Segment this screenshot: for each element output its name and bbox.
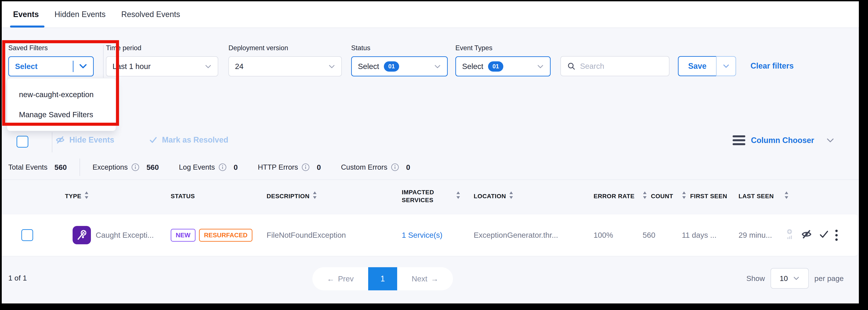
stat-value: 560 [55,163,67,172]
row-description-cell: FileNotFoundException [265,231,400,239]
next-page-button[interactable]: Next → [397,267,453,290]
chevron-down-icon [793,276,800,281]
row-last-seen-cell: 29 minu... [736,231,782,239]
status-value: Select [358,62,379,71]
row-status-cell: NEW RESURFACED [167,229,265,242]
sort-icon[interactable] [313,191,317,201]
sort-icon[interactable] [784,191,789,201]
column-header-description: DESCRIPTION [265,191,400,201]
show-label: Show [746,274,765,283]
sort-icon[interactable] [682,191,686,201]
page-summary: 1 of 1 [8,274,27,282]
per-page-label: per page [814,274,844,283]
status-select[interactable]: Select 01 [351,56,448,77]
status-group: Status Select 01 [351,44,448,77]
app-window: Events Hidden Events Resolved Events Sav… [2,1,859,304]
stat-http-errors: HTTP Errors 0 [258,163,321,172]
hide-events-button[interactable]: Hide Events [55,135,114,144]
column-header-status: STATUS [167,192,265,200]
select-all-checkbox[interactable] [17,136,28,147]
clear-filters-link[interactable]: Clear filters [750,61,794,71]
event-types-select[interactable]: Select 01 [455,56,551,77]
saved-filters-label: Saved Filters [8,44,94,52]
column-header-impacted-services: IMPACTED SERVICES [400,189,471,204]
eye-slash-icon [55,135,65,144]
trend-icon[interactable] [784,229,795,242]
stat-label: Total Events [8,163,48,171]
stat-total-events: Total Events 560 [8,163,67,172]
deployment-version-select[interactable]: 24 [228,56,342,77]
stat-value: 0 [406,163,410,172]
time-period-value: Last 1 hour [113,62,151,71]
status-badge-new: NEW [171,229,195,242]
tab-events-label: Events [13,10,39,19]
sort-icon[interactable] [456,191,460,201]
save-button[interactable]: Save [678,56,716,76]
saved-filters-select[interactable]: Select [8,56,94,77]
stats-divider [80,159,80,176]
column-header-last-seen: LAST SEEN [736,192,782,200]
mark-resolved-label: Mark as Resolved [162,135,228,144]
tab-resolved-events[interactable]: Resolved Events [121,1,180,28]
row-checkbox[interactable] [21,229,33,241]
resolve-check-icon[interactable] [818,229,830,241]
mark-resolved-button[interactable]: Mark as Resolved [149,135,228,144]
page-size-select[interactable]: 10 [771,268,809,289]
time-period-select[interactable]: Last 1 hour [106,56,218,77]
deployment-version-value: 24 [235,62,244,71]
event-types-label: Event Types [455,44,551,52]
info-icon[interactable] [302,163,310,171]
search-field[interactable] [560,56,670,76]
stat-label: Custom Errors [341,163,388,171]
tab-events[interactable]: Events [13,1,39,28]
column-header-actions [782,191,859,201]
row-impacted-services-link[interactable]: 1 Service(s) [400,231,471,239]
sort-icon[interactable] [643,191,647,201]
status-label: Status [351,44,448,52]
status-count-badge: 01 [384,61,399,72]
row-error-rate-cell: 100% [591,231,641,239]
deployment-version-group: Deployment version 24 [228,44,342,77]
active-tab-underline [10,26,44,28]
column-header-first-seen: FIRST SEEN [680,191,736,201]
tabs-bar: Events Hidden Events Resolved Events [2,1,859,28]
save-split-button: Save [678,56,736,76]
hide-events-label: Hide Events [69,135,114,144]
chevron-down-icon [537,64,544,69]
kebab-menu-icon[interactable] [835,230,838,241]
row-actions-cell [782,229,859,242]
table-row: Caught Excepti... NEW RESURFACED FileNot… [2,215,859,256]
column-chooser-button[interactable]: Column Chooser [733,135,835,145]
dropdown-item-manage-saved-filters[interactable]: Manage Saved Filters [7,105,116,125]
actions-divider [52,132,52,152]
current-page-button[interactable]: 1 [368,267,397,290]
sort-icon[interactable] [84,191,89,201]
save-dropdown-button[interactable] [716,56,736,76]
stat-custom-errors: Custom Errors 0 [341,163,410,172]
saved-filters-value: Select [15,62,37,71]
pagination: ← Prev 1 Next → [312,267,453,290]
chevron-down-icon [79,64,87,69]
stat-label: HTTP Errors [258,163,298,171]
saved-filters-group: Saved Filters Select [8,44,94,77]
stat-label: Log Events [179,163,215,171]
hide-event-icon[interactable] [800,229,813,241]
row-count-cell: 560 [641,231,680,239]
chevron-down-icon [205,64,212,69]
event-types-count-badge: 01 [488,61,503,72]
prev-page-button[interactable]: ← Prev [312,267,368,290]
dropdown-item-new-caught-exception[interactable]: new-caught-exception [7,84,116,105]
info-icon[interactable] [131,163,140,171]
info-icon[interactable] [218,163,227,171]
prev-label: Prev [338,275,354,283]
info-icon[interactable] [391,163,399,171]
stat-value: 0 [234,163,238,172]
time-period-label: Time period [106,44,218,52]
column-header-location: LOCATION [471,191,591,201]
bulk-actions-row: Hide Events Mark as Resolved Column Choo… [2,132,859,152]
sort-icon[interactable] [509,191,513,201]
page-size-value: 10 [780,274,788,283]
tab-hidden-events[interactable]: Hidden Events [55,1,105,28]
row-location-cell: ExceptionGenerator.thr... [471,231,591,239]
search-input[interactable] [580,62,658,71]
